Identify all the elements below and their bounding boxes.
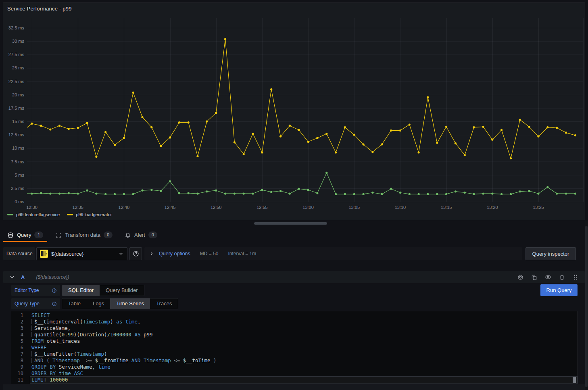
- editor-scrollbar-thumb[interactable]: [573, 377, 576, 383]
- query-type-option-table[interactable]: Table: [62, 298, 87, 309]
- code-line-content[interactable]: SELECT: [31, 312, 50, 319]
- query-type-option-time-series[interactable]: Time Series: [110, 298, 150, 309]
- datasource-picker[interactable]: ${datasource}: [36, 247, 127, 260]
- legend-series-label[interactable]: p99 loadgenerator: [76, 212, 112, 217]
- svg-text:13:25: 13:25: [533, 205, 544, 210]
- code-line-content[interactable]: GROUP BY ServiceName, time: [31, 364, 111, 370]
- drag-handle-icon[interactable]: [573, 274, 578, 280]
- code-token: ): [211, 357, 217, 363]
- code-token: FROM: [31, 338, 44, 344]
- editor-type-option-query-builder[interactable]: Query Builder: [100, 285, 144, 296]
- code-line-content[interactable]: ORDER BY time ASC: [31, 370, 83, 377]
- code-line-7: 7$__timeFilter(Timestamp): [11, 351, 578, 357]
- series-p99-loadgenerator: [22, 38, 576, 159]
- tab-transform-data[interactable]: Transform data 0: [51, 228, 117, 242]
- datasource-help-button[interactable]: [129, 247, 142, 260]
- duplicate-query-icon[interactable]: [531, 274, 537, 280]
- disable-query-icon[interactable]: [517, 274, 523, 280]
- line-number: 2: [11, 319, 23, 325]
- code-lines: 1SELECT2$__timeInterval(Timestamp) as ti…: [11, 312, 578, 383]
- y-axis-labels: 0 ms2.5 ms5 ms7.5 ms10 ms12.5 ms15 ms17.…: [8, 25, 25, 204]
- svg-text:12.5 ms: 12.5 ms: [8, 132, 25, 137]
- code-token: otel_traces: [44, 338, 80, 344]
- code-line-content[interactable]: FROM otel_traces: [31, 338, 80, 344]
- tab-alert[interactable]: Alert 0: [121, 228, 161, 242]
- svg-text:13:00: 13:00: [302, 205, 314, 210]
- query-type-option-logs[interactable]: Logs: [87, 298, 110, 309]
- query-row-header[interactable]: A (${datasource}): [3, 271, 585, 283]
- collapse-chevron-icon[interactable]: [10, 275, 15, 279]
- svg-text:32.5 ms: 32.5 ms: [8, 25, 25, 30]
- query-inspector-button[interactable]: Query inspector: [525, 247, 576, 260]
- line-number: 4: [11, 332, 23, 338]
- editor-type-option-sql-editor[interactable]: SQL Editor: [62, 285, 100, 296]
- code-token: <=: [171, 357, 183, 363]
- code-line-content[interactable]: WHERE: [31, 344, 47, 351]
- code-token: time: [59, 370, 71, 376]
- query-type-option-traces[interactable]: Traces: [150, 298, 178, 309]
- chart-legend: p99 featureflagservice p99 loadgenerator: [7, 212, 112, 217]
- code-token: Timestamp: [52, 357, 80, 363]
- code-token: [140, 357, 144, 363]
- indent-guide: [31, 319, 34, 324]
- code-token: ): [104, 351, 107, 357]
- legend-item-loadgenerator[interactable]: p99 loadgenerator: [67, 212, 112, 217]
- query-ref-id[interactable]: A: [21, 274, 25, 280]
- code-line-content[interactable]: LIMIT 100000: [31, 377, 68, 383]
- query-options-md: MD = 50: [200, 251, 219, 257]
- code-line-content[interactable]: $__timeFilter(Timestamp): [31, 351, 107, 357]
- code-line-content[interactable]: ServiceName,: [31, 325, 71, 332]
- time-series-chart[interactable]: 0 ms2.5 ms5 ms7.5 ms10 ms12.5 ms15 ms17.…: [3, 3, 585, 220]
- bell-icon: [125, 232, 131, 238]
- svg-text:12:35: 12:35: [72, 205, 83, 210]
- datasource-label: Data source: [3, 247, 35, 260]
- sql-code-editor[interactable]: 1SELECT2$__timeInterval(Timestamp) as ti…: [11, 311, 578, 384]
- code-token: WHERE: [31, 344, 47, 350]
- query-options-label[interactable]: Query options: [159, 251, 190, 257]
- code-token: ,: [138, 319, 141, 325]
- delete-query-trash-icon[interactable]: [559, 274, 565, 280]
- query-type-radio-group: TableLogsTime SeriesTraces: [62, 298, 178, 309]
- tab-count-badge: 0: [148, 231, 157, 238]
- code-token: [122, 319, 125, 325]
- legend-series-label[interactable]: p99 featureflagservice: [16, 212, 60, 217]
- hide-response-eye-icon[interactable]: [545, 274, 551, 280]
- code-line-content[interactable]: quantile(0.99)(Duration)/1000000 AS p99: [31, 332, 153, 338]
- vertical-scrollbar-thumb[interactable]: [585, 226, 588, 387]
- code-line-content[interactable]: $__timeInterval(Timestamp) as time,: [31, 319, 140, 325]
- svg-text:12:55: 12:55: [256, 205, 268, 210]
- run-query-button[interactable]: Run Query: [540, 284, 578, 296]
- tab-count-badge: 1: [34, 231, 43, 238]
- svg-text:25 ms: 25 ms: [12, 65, 24, 70]
- info-icon[interactable]: [52, 288, 57, 293]
- svg-text:13:10: 13:10: [395, 205, 406, 210]
- tab-label: Query: [17, 232, 31, 238]
- query-type-label: Query Type: [11, 298, 60, 309]
- svg-text:15 ms: 15 ms: [12, 119, 24, 124]
- transform-icon: [55, 232, 62, 238]
- line-number: 7: [11, 351, 23, 357]
- tab-query[interactable]: Query 1: [3, 228, 47, 242]
- chevron-right-icon: [149, 251, 154, 256]
- code-token: AS: [134, 332, 140, 338]
- code-token: [128, 357, 131, 363]
- code-line-content[interactable]: AND ( Timestamp >= $__fromTime AND Times…: [31, 357, 217, 364]
- editor-type-radio-group: SQL EditorQuery Builder: [62, 285, 144, 296]
- query-options-bar: Query options MD = 50 Interval = 1m: [144, 247, 522, 260]
- svg-text:22.5 ms: 22.5 ms: [8, 79, 25, 84]
- horizontal-scrollbar-thumb[interactable]: [254, 222, 327, 225]
- indent-guide: [31, 358, 34, 363]
- code-token: ): [110, 319, 116, 325]
- info-icon[interactable]: [52, 301, 57, 307]
- svg-text:13:05: 13:05: [348, 205, 360, 210]
- code-line-3: 3ServiceName,: [11, 325, 578, 332]
- editor-type-label: Editor Type: [11, 285, 60, 296]
- legend-item-featureflagservice[interactable]: p99 featureflagservice: [7, 212, 60, 217]
- code-token: Timestamp: [83, 319, 110, 325]
- svg-text:13:20: 13:20: [487, 205, 498, 210]
- line-number: 6: [11, 344, 23, 351]
- legend-series-swatch: [67, 214, 73, 215]
- svg-text:7.5 ms: 7.5 ms: [11, 159, 25, 164]
- code-line-6: 6WHERE: [11, 344, 578, 351]
- query-options-toggle[interactable]: Query options: [149, 251, 190, 257]
